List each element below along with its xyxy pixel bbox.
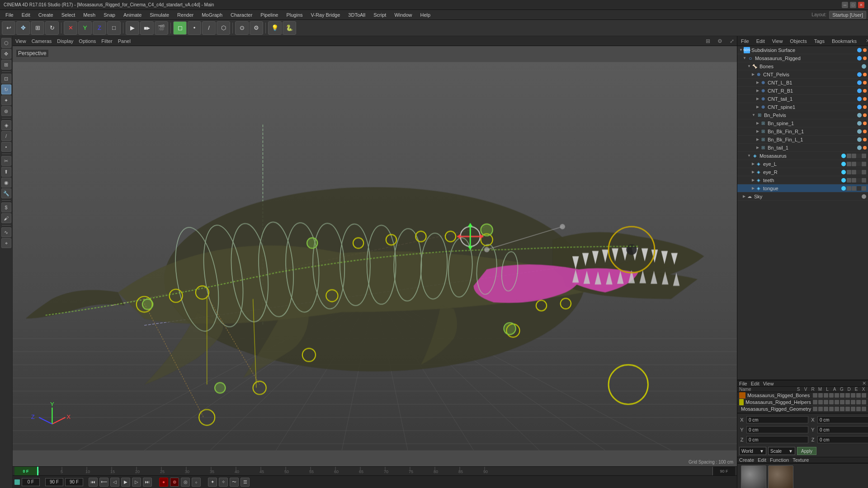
- color-dot[interactable]: [857, 48, 862, 52]
- menu-character[interactable]: Character: [227, 11, 256, 19]
- lt-spline[interactable]: ∿: [1, 227, 11, 237]
- mat-thumbnail-lamb[interactable]: [741, 465, 766, 488]
- expand-icon[interactable]: ▼: [747, 154, 751, 158]
- obj-cnt-spine1[interactable]: ▶ ⊕ CNT_spine1: [737, 103, 868, 111]
- menu-simulate[interactable]: Simulate: [146, 11, 173, 19]
- undo-button[interactable]: ↩: [2, 21, 15, 35]
- python[interactable]: 🐍: [283, 21, 296, 35]
- keyframe-add[interactable]: ✦: [208, 478, 217, 487]
- color-dot[interactable]: [857, 89, 862, 93]
- menu-mograph[interactable]: MoGraph: [198, 11, 226, 19]
- expand-icon[interactable]: ▶: [756, 80, 759, 84]
- obj-cnt-l-b1[interactable]: ▶ ⊕ CNT_L_B1: [737, 79, 868, 87]
- expand-icon[interactable]: ▶: [756, 121, 759, 125]
- expand-icon[interactable]: ▶: [752, 162, 755, 166]
- mat-bones-row[interactable]: Mosasaurus_Rigged_Bones: [737, 392, 868, 399]
- mat-menu-texture[interactable]: Texture: [793, 457, 809, 463]
- obj-subdivision-surface[interactable]: ▼ SDS Subdivision Surface: [737, 46, 868, 54]
- vp-panel[interactable]: Panel: [118, 38, 131, 44]
- mat-view[interactable]: View: [763, 381, 774, 386]
- obj-mosasaurus[interactable]: ▼ ◈ Mosasaurus: [737, 152, 868, 160]
- obj-sky[interactable]: ▶ ☁ Sky: [737, 192, 868, 201]
- vp-expand[interactable]: ⊞: [706, 38, 710, 44]
- color-dot[interactable]: [857, 80, 862, 85]
- obj-cnt-pelvis[interactable]: ▶ ⊕ CNT_Pelvis: [737, 70, 868, 79]
- end-frame-input[interactable]: [45, 478, 63, 486]
- color-dot[interactable]: [862, 194, 866, 199]
- y-input[interactable]: [746, 426, 808, 433]
- obj-eye-l[interactable]: ▶ ◈ eye_L: [737, 160, 868, 168]
- tool-scale[interactable]: ⊞: [31, 21, 44, 35]
- current-frame-input[interactable]: [22, 478, 40, 486]
- obj-eye-r[interactable]: ▶ ◈ eye_R: [737, 168, 868, 176]
- expand-icon[interactable]: ▶: [752, 170, 755, 174]
- mat-thumbnail-mosa[interactable]: [768, 465, 793, 488]
- lt-extrude[interactable]: ⬆: [1, 167, 11, 177]
- jump-end[interactable]: ⏭: [143, 478, 152, 487]
- snap-enable[interactable]: ⊙: [235, 21, 249, 35]
- color-dot[interactable]: [857, 137, 862, 142]
- obj-cnt-tail-1[interactable]: ▶ ⊕ CNT_tail_1: [737, 95, 868, 103]
- mat-geometry-row[interactable]: Mosasaurus_Rigged_Geometry: [737, 406, 868, 413]
- start-frame-input[interactable]: [65, 478, 83, 486]
- mat-file[interactable]: File: [739, 381, 747, 386]
- menu-script[interactable]: Script: [370, 11, 390, 19]
- menu-render[interactable]: Render: [174, 11, 197, 19]
- tool-z[interactable]: Z: [93, 21, 106, 35]
- tool-y[interactable]: Y: [78, 21, 92, 35]
- menu-edit[interactable]: Edit: [18, 11, 34, 19]
- play-reverse[interactable]: ⟵: [99, 478, 108, 487]
- rt-tags[interactable]: Tags: [812, 38, 826, 45]
- lt-tool3[interactable]: ✦: [1, 95, 11, 105]
- color-dot[interactable]: [857, 72, 862, 77]
- close-button[interactable]: ✕: [858, 2, 864, 8]
- menu-mesh[interactable]: Mesh: [80, 11, 99, 19]
- rt-edit[interactable]: Edit: [755, 38, 767, 45]
- obj-teeth[interactable]: ▶ ◈ teeth: [737, 176, 868, 184]
- color-dot[interactable]: [857, 121, 862, 126]
- world-dropdown[interactable]: World ▼: [739, 447, 766, 455]
- lt-paint[interactable]: 🖌: [1, 213, 11, 223]
- mat-menu-edit[interactable]: Edit: [758, 457, 766, 463]
- motion-path[interactable]: 〜: [230, 478, 239, 487]
- tool-move[interactable]: ✥: [16, 21, 30, 35]
- lt-point[interactable]: •: [1, 142, 11, 152]
- record-sel[interactable]: ◎: [181, 478, 190, 487]
- obj-bones[interactable]: ▼ 🦴 Bones: [737, 62, 868, 70]
- obj-bn-bk-fin-r1[interactable]: ▶ ⊞ Bn_Bk_Fin_R_1: [737, 127, 868, 136]
- color-dot[interactable]: [841, 186, 846, 191]
- lt-selection[interactable]: ⬡: [1, 38, 11, 48]
- viewport[interactable]: X Y Z: [13, 46, 737, 466]
- vp-cameras[interactable]: Cameras: [32, 38, 52, 44]
- obj-mosasaurus-rigged[interactable]: ▼ ○ Mosasaurus_Rigged: [737, 54, 868, 62]
- render-region[interactable]: ▶: [126, 21, 139, 35]
- apply-button[interactable]: Apply: [797, 447, 816, 455]
- obj-close[interactable]: ✕: [866, 38, 868, 44]
- record-all[interactable]: ⊚: [170, 478, 179, 487]
- tool-x[interactable]: ✕: [64, 21, 77, 35]
- lt-poly[interactable]: ◈: [1, 120, 11, 130]
- mat-edit[interactable]: Edit: [751, 381, 760, 386]
- expand-icon[interactable]: ▼: [743, 56, 746, 60]
- obj-bn-spine-1[interactable]: ▶ ⊞ Bn_spine_1: [737, 119, 868, 127]
- maximize-button[interactable]: □: [850, 2, 856, 8]
- color-dot[interactable]: [857, 105, 862, 109]
- lt-tool4[interactable]: ⊛: [1, 106, 11, 116]
- play[interactable]: ▶: [121, 478, 130, 487]
- mat-menu-create[interactable]: Create: [739, 457, 754, 463]
- render-view[interactable]: ◼▶: [140, 21, 154, 35]
- menu-select[interactable]: Select: [58, 11, 79, 19]
- vp-fullscreen[interactable]: ⤢: [730, 38, 734, 44]
- expand-icon[interactable]: ▼: [752, 113, 755, 117]
- minimize-button[interactable]: ─: [842, 2, 848, 8]
- color-dot[interactable]: [841, 162, 846, 166]
- expand-icon[interactable]: ▶: [756, 105, 759, 109]
- obj-cnt-r-b1[interactable]: ▶ ⊕ CNT_R_B1: [737, 87, 868, 95]
- rt-view[interactable]: View: [770, 38, 785, 45]
- obj-tongue[interactable]: ▶ ◈ tongue: [737, 184, 868, 192]
- color-dot[interactable]: [841, 154, 846, 158]
- vp-display[interactable]: Display: [57, 38, 73, 44]
- mat-close[interactable]: ✕: [862, 380, 866, 386]
- menu-vray[interactable]: V-Ray Bridge: [307, 11, 344, 19]
- menu-create[interactable]: Create: [35, 11, 57, 19]
